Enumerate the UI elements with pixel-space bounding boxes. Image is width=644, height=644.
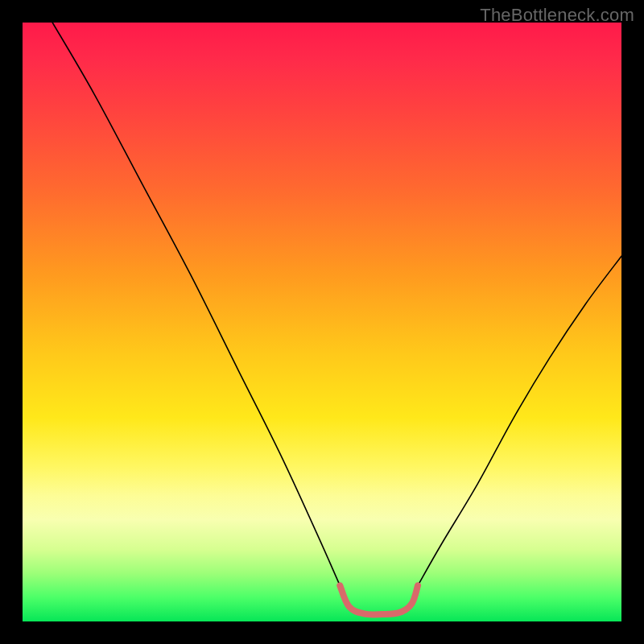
chart-frame: TheBottleneck.com [0, 0, 644, 644]
curve-layer [23, 23, 621, 621]
plot-area [23, 23, 621, 621]
series-right-arm [418, 256, 621, 585]
series-left-arm [52, 23, 340, 585]
curve-group [52, 23, 621, 614]
series-bottom-highlight [340, 585, 418, 614]
watermark-text: TheBottleneck.com [480, 5, 634, 26]
